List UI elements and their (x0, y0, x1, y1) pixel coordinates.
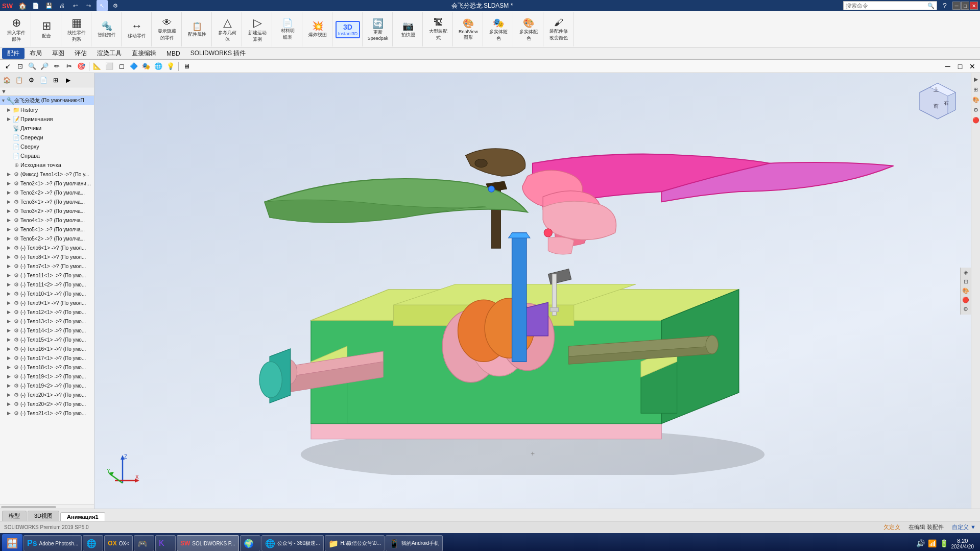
status-definition-dropdown[interactable]: 自定义 ▼ (952, 523, 976, 531)
viewport-minimize[interactable]: ─ (942, 61, 953, 72)
help-btn[interactable]: ? (939, 0, 950, 11)
rp-icon-5[interactable]: 🔴 (972, 116, 980, 124)
taskbar-photoshop[interactable]: Ps Adobe Photosh... (23, 535, 82, 551)
taskbar-browser1[interactable]: 🌐 (83, 535, 103, 551)
view-cube[interactable]: 上 右 前 (915, 78, 961, 124)
move-btn[interactable]: ↔ 移动零件 (125, 18, 149, 40)
right-view-icon-1[interactable]: ◈ (962, 269, 970, 277)
right-view-icon-5[interactable]: ⚙ (962, 305, 970, 314)
tab-3dview[interactable]: 3D视图 (28, 511, 59, 521)
insert-part-btn[interactable]: ⊕ 插入零件部件 (4, 15, 29, 44)
motion-study-btn[interactable]: ▷ 新建运动算例 (245, 15, 270, 44)
tree-item-body14[interactable]: ▶ ⚙ (-) Тело14<1> ->? (По умо... (0, 326, 94, 335)
viewport-close[interactable]: ✕ (967, 61, 978, 72)
feature-tree[interactable]: ▼ 🔧 会飞分恐龙 (По умолчанию<П ▶ 📁 History ▶ … (0, 96, 94, 505)
taskbar-k[interactable]: K (155, 535, 176, 551)
tree-item-body8[interactable]: ▶ ⚙ (-) Тело8<1> ->? (По умол... (0, 252, 94, 261)
tree-item-body11-1[interactable]: ▶ ⚙ (-) Тело11<1> ->? (По умо... (0, 271, 94, 280)
open-btn[interactable]: 📄 (30, 0, 41, 11)
tree-item-body13[interactable]: ▶ ⚙ (-) Тело13<1> ->? (По умо... (0, 317, 94, 326)
assembly-color-btn[interactable]: 🖌 装配件修改变颜色 (546, 16, 571, 42)
tree-item-body20-2[interactable]: ▶ ⚙ (-) Тело20<2> ->? (По умо... (0, 399, 94, 409)
tree-item-body11-2[interactable]: ▶ ⚙ (-) Тело11<2> ->? (По умо... (0, 280, 94, 289)
view-icon-6[interactable]: ✂ (63, 61, 75, 72)
command-search[interactable]: 🔍 (843, 1, 937, 10)
fastener-btn[interactable]: 🔩 智能扣件 (94, 19, 119, 39)
tree-item-body9[interactable]: ▶ ⚙ (-) Тело9<1> ->? (По умол... (0, 298, 94, 307)
new-file-btn[interactable]: 🏠 (17, 0, 28, 11)
instant3d-btn[interactable]: 3D Instant3D (336, 21, 360, 38)
tree-item-right[interactable]: 📄 Справа (0, 151, 94, 160)
large-assembly-btn[interactable]: 🏗 大型装配式 (426, 16, 450, 42)
multibody-color-btn[interactable]: 🎭 多实体随色 (486, 16, 511, 43)
menu-mbd[interactable]: MBD (161, 49, 185, 58)
right-view-icon-4[interactable]: 🔴 (962, 296, 970, 304)
save-btn[interactable]: 💾 (43, 0, 55, 11)
tree-item-body3-1[interactable]: ▶ ⚙ Тело3<1> ->? (По умолча... (0, 197, 94, 206)
taskbar-solidworks[interactable]: SW SOLIDWORKS P... (177, 535, 239, 551)
view-icon-13[interactable]: 🌐 (153, 61, 164, 72)
view-icon-14[interactable]: 💡 (165, 61, 176, 72)
realview-btn[interactable]: 🎨 RealView图形 (456, 17, 481, 42)
system-clock[interactable]: 8:20 2024/4/20 (951, 538, 974, 549)
tab-animation[interactable]: Анимация1 (60, 512, 105, 521)
rp-icon-3[interactable]: 🎨 (972, 95, 980, 104)
tree-item-sensors[interactable]: 📡 Датчики (0, 124, 94, 133)
view-icon-3[interactable]: 🔍 (27, 61, 38, 72)
tree-item-body19-2[interactable]: ▶ ⚙ (-) Тело19<2> ->? (По умо... (0, 381, 94, 390)
tree-item-body3-2[interactable]: ▶ ⚙ Тело3<2> ->? (По умолча... (0, 206, 94, 215)
view-icon-9[interactable]: ⬜ (104, 61, 115, 72)
rp-icon-2[interactable]: ⊞ (972, 85, 980, 93)
menu-evaluate[interactable]: 评估 (69, 48, 92, 59)
tree-item-origin[interactable]: ⊕ Исходная точка (0, 160, 94, 170)
tree-item-body2-2[interactable]: ▶ ⚙ Тело2<2> ->? (По умолча... (0, 188, 94, 197)
tree-property-btn[interactable]: 📄 (38, 75, 49, 86)
view-icon-15[interactable]: 🖥 (181, 61, 192, 72)
menu-assembly[interactable]: 配件 (2, 48, 25, 59)
tree-root-item[interactable]: ▼ 🔧 会飞分恐龙 (По умолчанию<П (0, 96, 94, 105)
assembly-props-btn[interactable]: 📋 配件属性 (185, 20, 209, 39)
tree-item-body5-1[interactable]: ▶ ⚙ Тело5<1> ->? (По умолча... (0, 225, 94, 234)
right-view-icon-3[interactable]: 🎨 (962, 287, 970, 295)
tree-item-body21[interactable]: ▶ ⚙ (-) Тело21<1> ->? (По умо... (0, 409, 94, 418)
tree-item-body19-1[interactable]: ▶ ⚙ (-) Тело19<1> ->? (По умо... (0, 372, 94, 381)
taskbar-chrome[interactable]: 🌍 (240, 535, 260, 551)
view-icon-11[interactable]: 🔷 (128, 61, 139, 72)
taskbar-ox[interactable]: OX OX< (104, 535, 133, 551)
appearance-btn[interactable]: 🎨 多实体配色 (516, 16, 541, 43)
rp-icon-1[interactable]: ▶ (972, 75, 980, 83)
tray-network[interactable]: 📶 (928, 539, 937, 547)
tree-item-body5-2[interactable]: ▶ ⚙ Тело5<2> ->? (По умолча... (0, 234, 94, 243)
viewport-maximize[interactable]: □ (954, 61, 966, 72)
pattern-btn[interactable]: ▦ 线性零件列系 (64, 15, 89, 44)
print-btn[interactable]: 🖨 (57, 0, 68, 11)
tree-item-front[interactable]: 📄 Спереди (0, 133, 94, 142)
options-btn[interactable]: ⚙ (110, 0, 121, 11)
tree-item-body20-1[interactable]: ▶ ⚙ (-) Тело20<1> ->? (По умо... (0, 390, 94, 399)
mate-btn[interactable]: ⊞ 配合 (34, 18, 59, 40)
viewport[interactable]: Z X Y 上 右 前 (94, 73, 971, 509)
taskbar-360[interactable]: 🌐 公众号 - 360极速... (261, 535, 324, 551)
view-icon-7[interactable]: 🎯 (76, 61, 87, 72)
select-btn[interactable]: ↖ (97, 0, 108, 11)
right-view-icon-2[interactable]: ⊡ (962, 278, 970, 286)
explode-btn[interactable]: 💥 爆炸视图 (305, 19, 330, 39)
view-icon-2[interactable]: ⊡ (14, 61, 26, 72)
update-speedpak-btn[interactable]: 🔄 更新Speedpak (366, 17, 390, 42)
view-icon-1[interactable]: ↙ (2, 61, 13, 72)
tab-model[interactable]: 模型 (2, 511, 27, 521)
tree-item-body12[interactable]: ▶ ⚙ (-) Тело12<1> ->? (По умо... (0, 307, 94, 317)
tree-home-btn[interactable]: 🏠 (1, 75, 12, 86)
ref-geometry-btn[interactable]: △ 参考几何体 (215, 15, 240, 44)
tree-feature-btn[interactable]: ⚙ (26, 75, 37, 86)
tree-item-body16[interactable]: ▶ ⚙ (-) Тело16<1> ->? (По умо... (0, 344, 94, 353)
snapshot-btn[interactable]: 📷 拍快照 (396, 19, 420, 39)
undo-btn[interactable]: ↩ (70, 0, 81, 11)
tree-item-top[interactable]: 📄 Сверху (0, 142, 94, 151)
menu-plugins[interactable]: SOLIDWORKS 插件 (185, 48, 251, 59)
restore-btn[interactable]: □ (961, 2, 969, 10)
view-icon-4[interactable]: 🔎 (39, 61, 50, 72)
view-icon-5[interactable]: ✏ (51, 61, 62, 72)
tree-item-body6[interactable]: ▶ ⚙ (-) Тело6<1> ->? (По умол... (0, 243, 94, 252)
tree-item-body7[interactable]: ▶ ⚙ (-) Тело7<1> ->? (По умол... (0, 261, 94, 271)
